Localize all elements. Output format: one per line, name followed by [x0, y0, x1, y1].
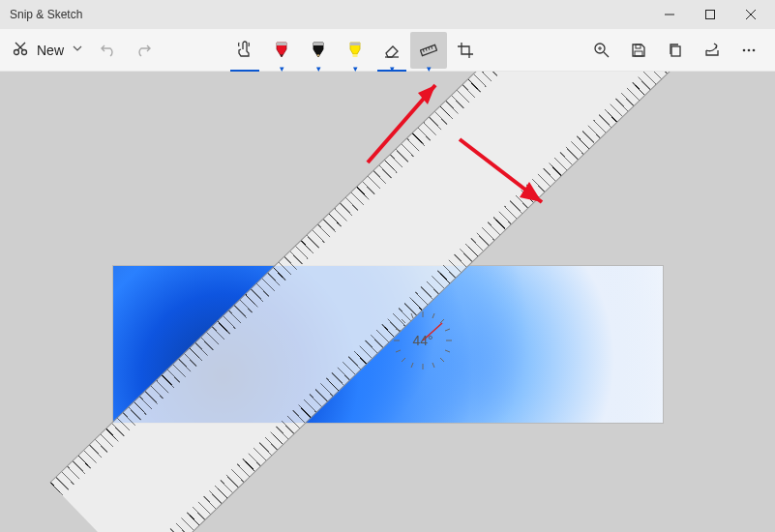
- highlighter-button[interactable]: ▾: [337, 32, 373, 69]
- crop-icon: [457, 42, 474, 59]
- redo-icon: [135, 42, 153, 59]
- touch-writing-button[interactable]: [226, 32, 263, 69]
- more-button[interactable]: [730, 32, 767, 69]
- undo-button[interactable]: [89, 32, 126, 69]
- toolbar: New ▾ ▾ ▾ ▾ ▾: [0, 29, 775, 72]
- new-snip-group: New: [8, 32, 87, 69]
- snip-icon[interactable]: [12, 40, 29, 60]
- svg-rect-9: [313, 43, 323, 45]
- new-dropdown[interactable]: [72, 43, 83, 57]
- ballpoint-pen-button[interactable]: ▾: [263, 32, 300, 69]
- chevron-down-icon: [72, 43, 83, 54]
- eraser-button[interactable]: ▾: [373, 32, 410, 69]
- svg-rect-23: [635, 51, 642, 56]
- undo-icon: [99, 42, 116, 59]
- ruler-button[interactable]: ▾: [410, 32, 447, 69]
- highlighter-icon: [347, 41, 363, 60]
- svg-marker-46: [418, 85, 435, 104]
- zoom-icon: [593, 42, 611, 59]
- more-icon: [741, 43, 757, 58]
- svg-line-19: [604, 52, 609, 57]
- svg-rect-24: [671, 46, 680, 56]
- svg-rect-13: [420, 44, 436, 55]
- svg-line-16: [429, 46, 430, 49]
- maximize-button[interactable]: [690, 0, 730, 29]
- window-title: Snip & Sketch: [10, 8, 82, 21]
- copy-button[interactable]: [657, 32, 694, 69]
- svg-line-15: [426, 47, 427, 50]
- ballpoint-pen-icon: [274, 41, 289, 60]
- svg-point-5: [22, 50, 27, 55]
- svg-point-4: [15, 50, 19, 55]
- canvas-area[interactable]: 44°: [0, 72, 775, 532]
- close-icon: [746, 10, 756, 19]
- svg-rect-11: [353, 54, 358, 57]
- zoom-button[interactable]: [583, 32, 620, 69]
- svg-line-14: [423, 48, 424, 51]
- close-button[interactable]: [730, 0, 771, 29]
- ruler-icon: [420, 42, 437, 59]
- svg-point-27: [753, 48, 756, 51]
- touch-writing-icon: [235, 41, 254, 60]
- share-icon: [703, 42, 721, 59]
- copy-icon: [668, 43, 683, 58]
- save-icon: [631, 43, 646, 58]
- minimize-button[interactable]: [649, 0, 690, 29]
- redo-button[interactable]: [126, 32, 163, 69]
- svg-point-26: [748, 48, 751, 51]
- minimize-icon: [665, 10, 674, 19]
- svg-point-25: [743, 48, 746, 51]
- new-button[interactable]: New: [33, 43, 68, 58]
- svg-rect-8: [277, 43, 286, 45]
- maximize-icon: [705, 10, 715, 19]
- title-bar: Snip & Sketch: [0, 0, 775, 29]
- crop-button[interactable]: [447, 32, 484, 69]
- eraser-icon: [383, 42, 401, 59]
- pencil-icon: [311, 41, 326, 60]
- save-button[interactable]: [620, 32, 657, 69]
- svg-rect-1: [706, 11, 715, 19]
- pencil-button[interactable]: ▾: [300, 32, 337, 69]
- svg-line-17: [432, 45, 432, 48]
- share-button[interactable]: [694, 32, 730, 69]
- svg-rect-10: [350, 43, 360, 45]
